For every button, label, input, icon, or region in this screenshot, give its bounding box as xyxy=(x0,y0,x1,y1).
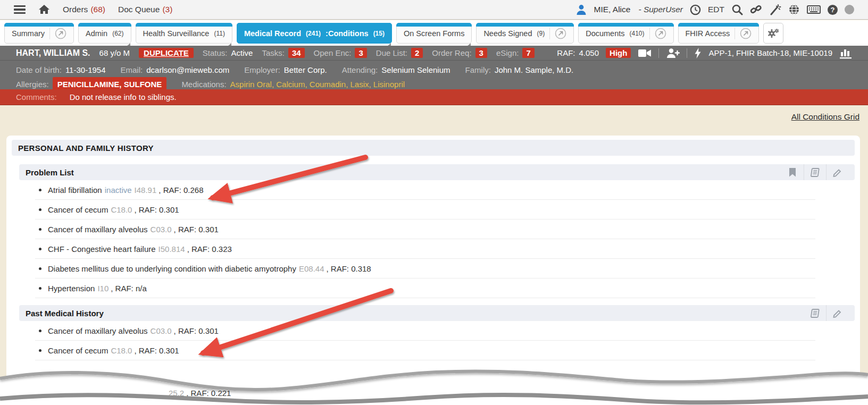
condition-code: C03.0 xyxy=(151,326,172,335)
video-camera-icon[interactable] xyxy=(638,48,652,58)
tab-fhir-access[interactable]: FHIR Access xyxy=(678,23,760,44)
home-icon[interactable] xyxy=(38,4,50,15)
tasks-count-badge[interactable]: 34 xyxy=(288,48,305,58)
condition-row[interactable]: Cancer of maxillary alveolusC03.0, RAF: … xyxy=(35,220,815,239)
keyboard-icon[interactable] xyxy=(807,4,821,15)
tab-documents[interactable]: Documents (410) xyxy=(578,23,673,44)
condition-raf: , RAF: 0.301 xyxy=(134,346,179,355)
external-link-icon[interactable] xyxy=(555,28,566,39)
tab-admin-count: (62) xyxy=(112,30,123,37)
problem-list-title: Problem List xyxy=(26,168,74,177)
tab-docs-label: Documents xyxy=(586,29,624,38)
tab-admin-label: Admin xyxy=(86,29,107,38)
top-toolbar: Orders (68) Doc Queue (3) MIE, Alice - S… xyxy=(0,0,868,20)
tab-osf-label: On Screen Forms xyxy=(404,29,464,38)
bookmark-icon[interactable] xyxy=(781,164,804,180)
section-personal-family-history[interactable]: PERSONAL AND FAMILY HISTORY xyxy=(12,140,855,156)
gears-icon xyxy=(767,28,779,39)
condition-name[interactable]: Cancer of cecum xyxy=(48,205,108,214)
due-list-badge[interactable]: 2 xyxy=(411,48,423,58)
tab-summary[interactable]: Summary xyxy=(4,23,74,44)
condition-row[interactable]: Cancer of cecumC18.0, RAF: 0.301 xyxy=(35,341,815,360)
due-list-label: Due List: xyxy=(376,48,407,57)
tab-medrec-subcount: (15) xyxy=(373,30,385,37)
tab-medrec-label: Medical Record xyxy=(244,29,301,38)
nav-doc-queue-count: (3) xyxy=(162,5,172,14)
journal-icon[interactable] xyxy=(804,305,826,321)
timezone-label[interactable]: EDT xyxy=(708,5,724,14)
comments-label: Comments: xyxy=(16,92,57,102)
email-value[interactable]: dcarlson@mieweb.com xyxy=(146,63,229,77)
journal-icon[interactable] xyxy=(804,164,826,180)
condition-name[interactable]: Cancer of maxillary alveolus xyxy=(48,326,148,335)
lightning-icon[interactable] xyxy=(694,47,702,59)
patient-header-right: RAF:4.050 High APP-1, FHIR Batch-18, MIE… xyxy=(557,47,852,59)
raf-label: RAF: xyxy=(557,48,575,57)
condition-row[interactable]: HypertensionI10, RAF: n/a xyxy=(35,279,815,298)
condition-name[interactable]: CHF - Congestive heart failure xyxy=(48,244,156,254)
condition-row[interactable]: Diabetes mellitus due to underlying cond… xyxy=(35,259,815,279)
raf-level-badge[interactable]: High xyxy=(606,48,631,58)
employer-value: Better Corp. xyxy=(284,63,327,77)
flowsheet-chart-icon[interactable] xyxy=(839,47,852,59)
condition-code: I50.814 xyxy=(158,244,185,254)
condition-name[interactable]: Atrial fibrillation xyxy=(48,185,102,195)
pencil-icon[interactable] xyxy=(826,305,848,321)
conditions-panel: PERSONAL AND FAMILY HISTORY Problem List… xyxy=(6,136,860,405)
tab-settings-button[interactable] xyxy=(763,23,783,44)
external-link-icon[interactable] xyxy=(655,28,666,39)
attending-label: Attending: xyxy=(342,63,378,77)
tab-needs-signed[interactable]: Needs Signed (9) xyxy=(476,23,574,44)
condition-row[interactable]: Cancer of maxillary alveolusC03.0, RAF: … xyxy=(35,321,815,341)
condition-raf: , RAF: 0.301 xyxy=(174,225,219,234)
tab-on-screen-forms[interactable]: On Screen Forms xyxy=(396,23,472,44)
problem-list-actions xyxy=(781,164,848,180)
condition-name[interactable]: Cancer of maxillary alveolus xyxy=(48,225,148,234)
link-icon[interactable] xyxy=(750,4,762,15)
open-enc-badge[interactable]: 3 xyxy=(355,48,366,58)
search-icon[interactable] xyxy=(731,4,743,15)
wand-icon[interactable] xyxy=(769,4,781,15)
order-req-badge[interactable]: 3 xyxy=(475,48,487,58)
tab-fhir-label: FHIR Access xyxy=(686,29,730,38)
condition-name[interactable]: Cancer of cecum xyxy=(48,346,108,355)
problem-list: Atrial fibrillationinactiveI48.91, RAF: … xyxy=(35,180,815,298)
pencil-icon[interactable] xyxy=(826,164,848,180)
section-problem-list[interactable]: Problem List xyxy=(19,164,855,180)
tab-health-count: (11) xyxy=(214,30,224,37)
condition-status[interactable]: inactive xyxy=(105,185,132,195)
duplicate-badge[interactable]: DUPLICATE xyxy=(139,48,194,58)
user-name[interactable]: MIE, Alice xyxy=(594,5,631,14)
condition-raf: , RAF: 0.318 xyxy=(326,264,371,273)
tab-health-surveillance[interactable]: Health Surveillance (11) xyxy=(136,23,232,44)
condition-name[interactable]: Diabetes mellitus due to underlying cond… xyxy=(48,264,296,273)
help-icon[interactable] xyxy=(828,5,838,15)
condition-row[interactable]: CHF - Congestive heart failureI50.814, R… xyxy=(35,239,815,259)
open-enc-label: Open Enc: xyxy=(314,48,352,57)
external-link-icon[interactable] xyxy=(55,28,66,39)
raf-value: 4.050 xyxy=(579,48,599,57)
condition-row[interactable]: Atrial fibrillationinactiveI48.91, RAF: … xyxy=(35,180,815,200)
dob-label: Date of birth: xyxy=(16,63,62,77)
all-conditions-grid-link[interactable]: All Conditions Grid xyxy=(791,112,859,122)
patient-name[interactable]: HART, WILLIAM S. xyxy=(16,48,90,58)
esign-badge[interactable]: 7 xyxy=(522,48,534,58)
add-person-icon[interactable] xyxy=(666,48,680,58)
patient-ids: APP-1, FHIR Batch-18, MIE-10019 xyxy=(708,48,832,57)
condition-row[interactable]: Cancer of cecumC18.0, RAF: 0.301 xyxy=(35,200,815,220)
clock-icon[interactable] xyxy=(690,4,701,15)
tab-admin[interactable]: Admin (62) xyxy=(78,23,131,44)
user-icon[interactable] xyxy=(575,4,587,15)
tab-medical-record[interactable]: Medical Record (241) :Conditions (15) xyxy=(237,23,392,44)
external-link-icon[interactable] xyxy=(740,28,752,39)
condition-code: I10 xyxy=(97,284,108,293)
condition-raf: , RAF: 0.301 xyxy=(134,205,179,214)
menu-icon[interactable] xyxy=(14,5,26,14)
nav-doc-queue[interactable]: Doc Queue (3) xyxy=(118,5,172,14)
status-value: Active xyxy=(231,48,253,57)
nav-orders[interactable]: Orders (68) xyxy=(63,5,105,14)
globe-icon[interactable] xyxy=(788,4,800,15)
section-past-medical-history[interactable]: Past Medical History xyxy=(19,305,855,321)
condition-name[interactable]: Hypertension xyxy=(48,284,95,293)
tab-docs-count: (410) xyxy=(630,30,645,37)
